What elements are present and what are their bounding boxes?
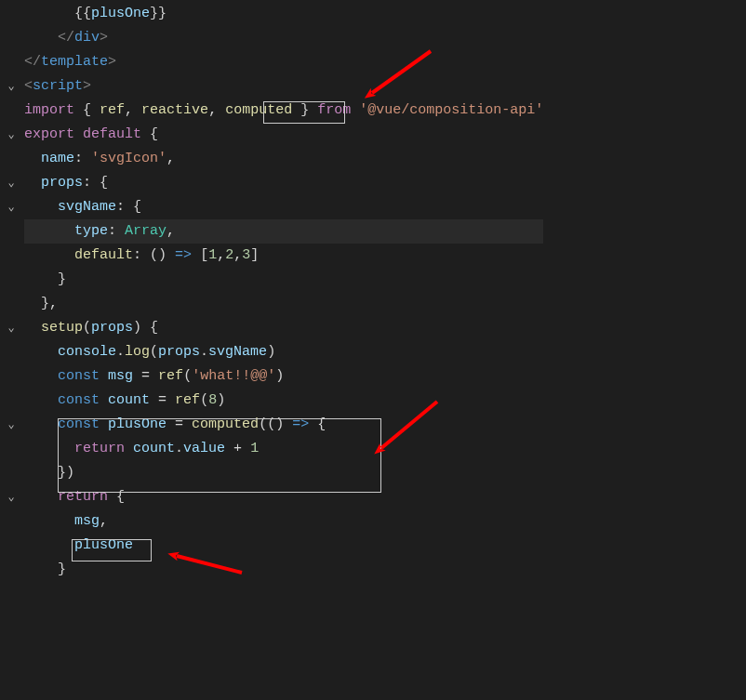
- code-line[interactable]: {{plusOne}}: [24, 2, 543, 26]
- code-line[interactable]: </div>: [24, 26, 543, 50]
- code-line[interactable]: </template>: [24, 50, 543, 74]
- code-line[interactable]: setup(props) {: [24, 316, 543, 340]
- code-editor[interactable]: ⌄⌄⌄⌄⌄⌄⌄ {{plusOne}} </div></template><sc…: [0, 0, 746, 582]
- code-line[interactable]: const msg = ref('what!!@@'): [24, 364, 543, 389]
- fold-toggle: [0, 268, 22, 292]
- fold-toggle[interactable]: ⌄: [0, 74, 22, 99]
- fold-toggle: [0, 509, 22, 534]
- fold-toggle: [0, 389, 22, 413]
- fold-toggle[interactable]: ⌄: [0, 123, 22, 147]
- fold-toggle: [0, 50, 22, 74]
- fold-toggle: [0, 437, 22, 461]
- fold-toggle: [0, 364, 22, 389]
- fold-toggle: [0, 461, 22, 485]
- fold-toggle[interactable]: ⌄: [0, 413, 22, 437]
- code-line[interactable]: const plusOne = computed(() => {: [24, 413, 543, 437]
- fold-toggle: [0, 558, 22, 582]
- fold-gutter[interactable]: ⌄⌄⌄⌄⌄⌄⌄: [0, 2, 22, 582]
- code-line[interactable]: }: [24, 268, 543, 292]
- code-line[interactable]: <script>: [24, 74, 543, 99]
- code-line[interactable]: type: Array,: [24, 219, 543, 244]
- fold-toggle: [0, 2, 22, 26]
- code-line[interactable]: return {: [24, 485, 543, 509]
- code-line[interactable]: },: [24, 292, 543, 316]
- fold-toggle[interactable]: ⌄: [0, 171, 22, 195]
- code-line[interactable]: console.log(props.svgName): [24, 340, 543, 364]
- fold-toggle[interactable]: ⌄: [0, 195, 22, 219]
- fold-toggle: [0, 292, 22, 316]
- code-line[interactable]: name: 'svgIcon',: [24, 147, 543, 171]
- fold-toggle[interactable]: ⌄: [0, 485, 22, 509]
- code-line[interactable]: }): [24, 461, 543, 485]
- code-line[interactable]: props: {: [24, 171, 543, 195]
- code-line[interactable]: import { ref, reactive, computed } from …: [24, 99, 543, 123]
- fold-toggle: [0, 244, 22, 268]
- fold-toggle: [0, 26, 22, 50]
- code-area[interactable]: {{plusOne}} </div></template><script>imp…: [22, 2, 543, 582]
- fold-toggle: [0, 99, 22, 123]
- code-line[interactable]: msg,: [24, 509, 543, 534]
- fold-toggle: [0, 534, 22, 558]
- fold-toggle[interactable]: ⌄: [0, 316, 22, 340]
- fold-toggle: [0, 219, 22, 244]
- code-line[interactable]: default: () => [1,2,3]: [24, 244, 543, 268]
- code-line[interactable]: const count = ref(8): [24, 389, 543, 413]
- code-line[interactable]: }: [24, 558, 543, 582]
- code-line[interactable]: return count.value + 1: [24, 437, 543, 461]
- code-line[interactable]: export default {: [24, 123, 543, 147]
- code-line[interactable]: svgName: {: [24, 195, 543, 219]
- code-line[interactable]: plusOne: [24, 534, 543, 558]
- fold-toggle: [0, 147, 22, 171]
- fold-toggle: [0, 340, 22, 364]
